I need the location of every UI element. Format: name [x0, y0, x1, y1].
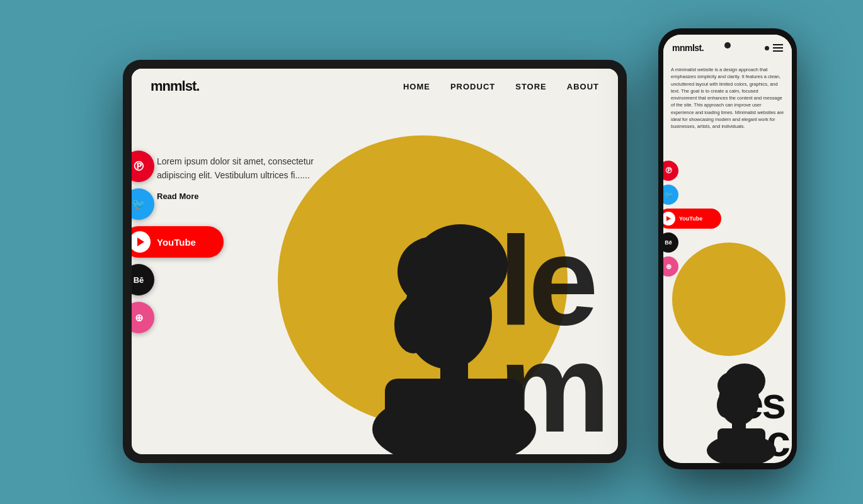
phone-camera-dot: [724, 42, 731, 49]
tablet-person-silhouette: [322, 104, 586, 454]
phone-screen: mnmlst. A minimalist website is a design…: [663, 35, 792, 463]
phone-nav-dot: [765, 46, 769, 50]
phone-social-sidebar: ℗ 🐦 YouTube Bē ⊕: [663, 161, 721, 277]
phone-device: mnmlst. A minimalist website is a design…: [658, 28, 797, 469]
phone-pinterest-icon: ℗: [665, 166, 673, 176]
twitter-button[interactable]: 🐦: [132, 188, 154, 220]
phone-behance-button[interactable]: Bē: [663, 232, 678, 253]
tablet-device: mnmlst. HOME PRODUCT STORE ABOUT lem: [123, 60, 627, 463]
svg-point-13: [717, 372, 748, 399]
phone-youtube-play-icon: [666, 216, 671, 221]
phone-logo: mnmlst.: [672, 43, 704, 53]
menu-line-3: [773, 50, 783, 52]
phone-behance-icon: Bē: [665, 239, 672, 246]
behance-icon: Bē: [134, 275, 144, 285]
pinterest-icon: ℗: [132, 159, 145, 174]
phone-person-silhouette: [691, 324, 786, 463]
svg-rect-4: [385, 379, 523, 454]
menu-line-2: [773, 47, 783, 49]
phone-youtube-label: YouTube: [679, 215, 702, 222]
tablet-nav-home[interactable]: HOME: [403, 82, 430, 91]
phone-dribbble-button[interactable]: ⊕: [663, 256, 678, 277]
tablet-navbar: mnmlst. HOME PRODUCT STORE ABOUT: [132, 69, 618, 104]
phone-youtube-icon: [663, 212, 675, 226]
menu-line-1: [773, 44, 783, 45]
tablet-menu: HOME PRODUCT STORE ABOUT: [403, 82, 599, 91]
phone-description: A minimalist website is a design approac…: [671, 61, 784, 135]
tablet-screen: mnmlst. HOME PRODUCT STORE ABOUT lem: [132, 69, 618, 454]
pinterest-button[interactable]: ℗: [132, 151, 154, 182]
behance-button[interactable]: Bē: [132, 264, 154, 295]
svg-point-6: [397, 237, 467, 306]
phone-dribbble-icon: ⊕: [666, 263, 672, 271]
tablet-nav-store[interactable]: STORE: [515, 82, 547, 91]
youtube-button[interactable]: YouTube: [132, 226, 224, 258]
phone-twitter-icon: 🐦: [664, 190, 673, 199]
youtube-play-icon: [137, 238, 144, 246]
phone-pinterest-button[interactable]: ℗: [663, 161, 678, 181]
dribbble-button[interactable]: ⊕: [132, 302, 154, 333]
tablet-social-sidebar: ℗ 🐦 YouTube Bē ⊕: [132, 151, 224, 333]
phone-twitter-button[interactable]: 🐦: [663, 185, 678, 205]
tablet-nav-product[interactable]: PRODUCT: [450, 82, 495, 91]
youtube-label: YouTube: [157, 237, 196, 248]
youtube-icon: [132, 231, 151, 253]
tablet-nav-about[interactable]: ABOUT: [567, 82, 599, 91]
dribbble-icon: ⊕: [135, 312, 143, 324]
scene: mnmlst. HOME PRODUCT STORE ABOUT lem: [0, 0, 863, 504]
tablet-logo: mnmlst.: [151, 78, 199, 94]
hamburger-menu-button[interactable]: [773, 44, 783, 52]
phone-youtube-button[interactable]: YouTube: [663, 209, 721, 229]
twitter-icon: 🐦: [132, 197, 146, 211]
